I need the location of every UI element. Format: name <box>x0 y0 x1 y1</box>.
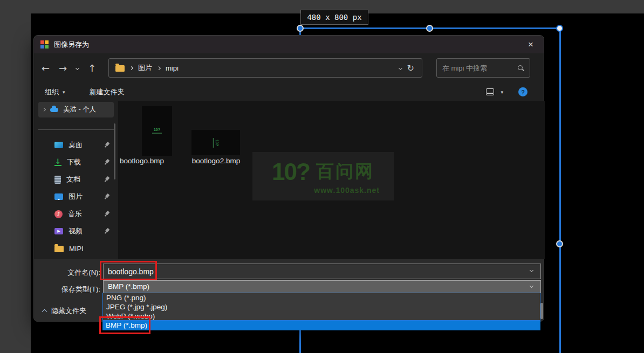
hide-folders-label: 隐藏文件夹 <box>51 306 86 316</box>
sidebar-item-downloads[interactable]: ↓ 下载 <box>38 154 114 171</box>
crop-right-edge[interactable] <box>559 27 561 353</box>
crop-handle-top-left[interactable] <box>297 25 304 32</box>
navigation-bar: ← → ↑ 图片 mipi ↻ <box>34 53 544 83</box>
breadcrumb-pictures[interactable]: 图片 <box>138 63 152 73</box>
onedrive-label: 美浩 - 个人 <box>63 105 96 114</box>
pin-icon <box>102 141 111 149</box>
up-icon[interactable]: ↑ <box>88 63 96 74</box>
breadcrumb-chevron-icon <box>129 66 133 70</box>
pin-icon <box>102 210 111 218</box>
view-mode-caret-icon[interactable]: ▾ <box>501 89 503 95</box>
sidebar-item-desktop[interactable]: 桌面 <box>38 136 114 154</box>
folder-icon <box>54 246 64 252</box>
search-box <box>436 58 530 78</box>
file-thumbnail-bootlogo2[interactable]: 10? <box>191 130 240 155</box>
document-icon <box>54 176 61 184</box>
onedrive-cloud-icon <box>50 108 58 112</box>
sidebar-item-mipi[interactable]: MIPI <box>38 240 114 257</box>
command-bar: 组织 ▾ 新建文件夹 ▾ ? <box>34 83 544 101</box>
sidebar-item-label: 音乐 <box>68 209 82 219</box>
search-input[interactable] <box>442 64 517 72</box>
dialog-titlebar: 图像另存为 × <box>34 36 544 53</box>
dropdown-option-png[interactable]: PNG (*.png) <box>103 293 540 302</box>
video-icon: ▶ <box>54 228 63 234</box>
close-icon[interactable]: × <box>522 38 539 52</box>
breadcrumb-chevron-icon <box>157 66 161 70</box>
sidebar-item-label: 图片 <box>68 192 83 202</box>
history-chevron-icon[interactable] <box>76 66 79 70</box>
sidebar-scrollbar[interactable] <box>114 123 115 179</box>
filename-label: 文件名(N): <box>34 268 100 278</box>
download-icon: ↓ <box>54 158 61 166</box>
sidebar-item-label: MIPI <box>69 245 84 253</box>
crop-handle-top-mid[interactable] <box>426 25 433 32</box>
new-folder-label: 新建文件夹 <box>90 87 125 97</box>
sidebar-item-onedrive[interactable]: 美浩 - 个人 <box>38 102 114 117</box>
sidebar-item-pictures[interactable]: 图片 <box>38 188 114 205</box>
annotation-rect-filename <box>100 261 157 280</box>
pin-icon <box>102 192 111 201</box>
view-mode-icon[interactable] <box>486 88 494 95</box>
folder-icon <box>115 65 125 72</box>
sidebar-item-documents[interactable]: 文档 <box>38 171 114 188</box>
watermark: 10? 百问网 www.100ask.net <box>252 152 394 200</box>
savetype-dropdown-list: PNG (*.png) JPEG (*.jpg *.jpeg) WebP (*.… <box>102 293 540 321</box>
file-thumbnail-bootlogo[interactable]: 10? <box>142 106 172 156</box>
pin-icon <box>102 158 111 167</box>
savetype-select[interactable]: BMP (*.bmp) <box>103 280 541 293</box>
back-icon[interactable]: ← <box>42 63 50 74</box>
search-icon[interactable] <box>517 65 524 72</box>
address-dropdown-icon[interactable] <box>399 66 402 70</box>
pin-icon <box>102 227 111 236</box>
expand-chevron-icon[interactable] <box>42 108 46 112</box>
sidebar-divider <box>38 129 114 130</box>
new-folder-button[interactable]: 新建文件夹 <box>90 87 125 97</box>
filename-input[interactable] <box>103 264 541 279</box>
breadcrumb-mipi[interactable]: mipi <box>166 64 179 72</box>
dropdown-option-webp[interactable]: WebP (*.webp) <box>103 312 540 321</box>
dialog-title: 图像另存为 <box>54 40 89 50</box>
music-icon: ♪ <box>54 210 63 218</box>
annotation-rect-bmp-option <box>99 316 150 334</box>
help-button[interactable]: ? <box>518 87 527 96</box>
sidebar-item-music[interactable]: ♪ 音乐 <box>38 205 114 223</box>
hide-folders-button[interactable]: 隐藏文件夹 <box>43 306 86 316</box>
refresh-icon[interactable]: ↻ <box>407 63 414 73</box>
file-name-label[interactable]: bootlogo.bmp <box>111 157 173 165</box>
pictures-icon <box>54 193 63 200</box>
sidebar-item-label: 文档 <box>66 175 80 184</box>
crop-handle-right-mid[interactable] <box>556 240 563 247</box>
dropdown-scrollbar[interactable] <box>540 303 543 319</box>
organize-caret-icon: ▾ <box>63 89 65 95</box>
thumbnail-logo-glyph: 10? <box>142 128 172 134</box>
crop-size-tooltip: 480 x 800 px <box>300 10 368 25</box>
desktop-icon <box>54 142 63 148</box>
sidebar-item-label: 下载 <box>67 157 81 167</box>
dropdown-option-bmp-selected[interactable]: BMP (*.bmp) <box>102 321 540 330</box>
watermark-logo: 10? <box>272 158 310 185</box>
address-bar[interactable]: 图片 mipi ↻ <box>108 58 422 78</box>
pin-icon <box>102 175 111 184</box>
sidebar-item-label: 视频 <box>68 226 83 236</box>
organize-button[interactable]: 组织 ▾ <box>45 87 65 97</box>
crop-handle-top-right[interactable] <box>556 25 563 32</box>
app-logo-icon <box>40 40 49 49</box>
dropdown-option-jpeg[interactable]: JPEG (*.jpg *.jpeg) <box>103 302 540 312</box>
watermark-site-name: 百问网 <box>316 160 374 184</box>
screen: 480 x 800 px 图像另存为 × ← → ↑ 图片 mipi <box>0 0 644 353</box>
organize-label: 组织 <box>45 87 59 97</box>
sidebar-item-label: 桌面 <box>68 140 83 150</box>
file-name-label[interactable]: bootlogo2.bmp <box>188 157 244 165</box>
chevron-up-icon <box>42 309 47 315</box>
watermark-url: www.100ask.net <box>252 186 394 195</box>
sidebar-item-videos[interactable]: ▶ 视频 <box>38 223 114 240</box>
forward-icon[interactable]: → <box>59 63 67 74</box>
savetype-label: 保存类型(T): <box>34 285 100 294</box>
